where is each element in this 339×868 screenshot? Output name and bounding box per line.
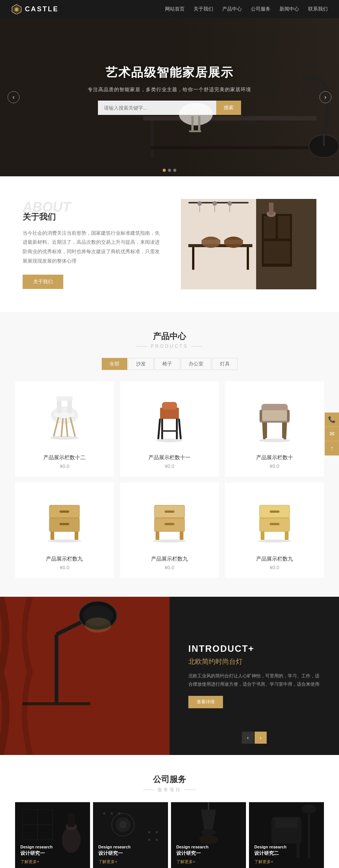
intro-image-left — [0, 597, 170, 755]
svg-rect-78 — [156, 532, 159, 540]
svg-rect-24 — [188, 244, 252, 247]
services-en-title: 服务项目 — [15, 787, 324, 793]
service-card-1[interactable]: Design research 设计研究一 了解更多+ — [15, 802, 90, 868]
product-image-5 — [128, 490, 212, 550]
products-cn-title: 产品中心 — [15, 331, 324, 342]
nav-news[interactable]: 新闻中心 — [279, 6, 299, 12]
service-en-4: Design research — [254, 845, 319, 849]
products-section: 产品中心 PRODUCTS 全部 沙发 椅子 办公室 灯具 — [0, 312, 339, 597]
hero-dot-3[interactable] — [173, 169, 176, 172]
svg-point-46 — [50, 436, 79, 440]
hero-dot-1[interactable] — [163, 169, 166, 172]
product-card-2[interactable]: 产品展示栏数十一 ¥0.0 — [120, 381, 219, 477]
svg-rect-79 — [180, 532, 183, 540]
svg-rect-28 — [202, 240, 220, 244]
side-message-button[interactable]: ✉ — [325, 427, 339, 441]
product-name-4: 产品展示栏数九 — [23, 556, 107, 562]
svg-rect-62 — [264, 422, 267, 438]
tab-lamp[interactable]: 灯具 — [212, 358, 238, 370]
svg-rect-32 — [264, 216, 276, 238]
hero-content: 艺术品级智能家居展示 专注高品质的智能家居，多类行业主题，给你一个舒适完美的家居… — [88, 64, 251, 115]
svg-rect-25 — [192, 247, 194, 270]
service-card-3[interactable]: Design research 设计研究一 了解更多+ — [171, 802, 246, 868]
svg-rect-70 — [50, 532, 54, 540]
hero-dot-2[interactable] — [168, 169, 171, 172]
nav-contact[interactable]: 联系我们 — [308, 6, 328, 12]
product-card-5[interactable]: 产品展示栏数九 ¥0.0 — [120, 483, 219, 578]
svg-rect-10 — [198, 116, 200, 131]
product-card-3[interactable]: 产品展示栏数十 ¥0.0 — [225, 381, 324, 477]
hero-search-bar: 搜索 — [98, 101, 241, 115]
svg-point-19 — [212, 201, 217, 206]
service-cn-1: 设计研究一 — [20, 850, 85, 857]
intro-description: 北欧工业风的简约台灯让人心旷神怡，可里用的，学习、工作，适合摆放使用进行用途方便… — [188, 672, 320, 688]
product-svg-5 — [149, 498, 190, 543]
service-en-2: Design research — [98, 845, 163, 849]
svg-rect-38 — [53, 411, 76, 418]
svg-point-72 — [47, 539, 81, 542]
service-link-3[interactable]: 了解更多+ — [176, 859, 241, 865]
side-phone-button[interactable]: 📞 — [325, 413, 339, 427]
svg-rect-36 — [269, 203, 273, 215]
tab-all[interactable]: 全部 — [102, 358, 127, 370]
intro-section: INTRODUCT+ 北欧简约时尚台灯 北欧工业风的简约台灯让人心旷神怡，可里用… — [0, 597, 339, 755]
svg-rect-3 — [143, 116, 316, 121]
tab-sofa[interactable]: 沙发 — [128, 358, 154, 370]
service-card-2[interactable]: Design research 设计研究一 了解更多+ — [93, 802, 168, 868]
hero-dots — [163, 169, 176, 172]
service-link-2[interactable]: 了解更多+ — [98, 859, 163, 865]
nav-home[interactable]: 网站首页 — [165, 6, 185, 12]
service-card-4[interactable]: Design research 设计研究二 了解更多+ — [249, 802, 324, 868]
intro-prev-button[interactable]: ‹ — [242, 732, 254, 744]
service-overlay-2: Design research 设计研究一 了解更多+ — [93, 802, 168, 868]
svg-rect-59 — [262, 410, 287, 421]
about-cn-title: 关于我们 — [23, 211, 162, 223]
service-overlay-3: Design research 设计研究一 了解更多+ — [171, 802, 246, 868]
svg-rect-30 — [224, 240, 243, 244]
tab-office[interactable]: 办公室 — [181, 358, 211, 370]
side-top-button[interactable]: ↑ — [325, 441, 339, 455]
logo[interactable]: CASTLE — [11, 4, 59, 14]
nav-about[interactable]: 关于我们 — [194, 6, 213, 12]
svg-rect-52 — [178, 419, 182, 439]
side-buttons: 📞 ✉ ↑ — [325, 413, 339, 455]
svg-point-80 — [153, 539, 186, 542]
nav-products[interactable]: 产品中心 — [222, 6, 242, 12]
svg-point-64 — [259, 439, 290, 442]
product-card-6[interactable]: 产品展示栏数九 ¥0.0 — [225, 483, 324, 578]
service-en-3: Design research — [176, 845, 241, 849]
hero-prev-button[interactable]: ‹ — [8, 91, 20, 103]
product-card-4[interactable]: 产品展示栏数九 ¥0.0 — [15, 483, 114, 578]
intro-text-right: INTRODUCT+ 北欧简约时尚台灯 北欧工业风的简约台灯让人心旷神怡，可里用… — [170, 597, 339, 755]
service-overlay-4: Design research 设计研究二 了解更多+ — [249, 802, 324, 868]
hero-subtitle: 专注高品质的智能家居，多类行业主题，给你一个舒适完美的家居环境 — [88, 86, 251, 93]
intro-button[interactable]: 查看详情 — [188, 696, 223, 708]
product-price-1: ¥0.0 — [23, 463, 107, 469]
about-button[interactable]: 关于我们 — [23, 275, 63, 289]
products-tabs: 全部 沙发 椅子 办公室 灯具 — [15, 358, 324, 370]
intro-navigation: ‹ › — [242, 732, 267, 744]
tab-chair[interactable]: 椅子 — [154, 358, 180, 370]
svg-point-54 — [156, 439, 183, 442]
svg-rect-86 — [261, 532, 264, 540]
services-grid: Design research 设计研究一 了解更多+ — [15, 802, 324, 868]
svg-rect-49 — [161, 419, 163, 439]
hero-next-button[interactable]: › — [319, 91, 331, 103]
service-cn-4: 设计研究二 — [254, 850, 319, 857]
service-link-1[interactable]: 了解更多+ — [20, 859, 85, 865]
product-image-4 — [23, 490, 107, 550]
svg-rect-34 — [264, 241, 290, 264]
intro-next-button[interactable]: › — [255, 732, 267, 744]
service-overlay-1: Design research 设计研究一 了解更多+ — [15, 802, 90, 868]
hero-search-input[interactable] — [98, 101, 216, 115]
hero-search-button[interactable]: 搜索 — [216, 101, 241, 115]
intro-en-title: INTRODUCT+ — [188, 643, 320, 654]
product-svg-1 — [46, 394, 83, 443]
logo-text: CASTLE — [25, 5, 59, 13]
service-link-4[interactable]: 了解更多+ — [254, 859, 319, 865]
about-text: ABOUT 关于我们 当今社会的消费关注当前形势，国家建筑行业标准建筑指南，先进… — [23, 199, 162, 289]
product-card-1[interactable]: 产品展示栏数十二 ¥0.0 — [15, 381, 114, 477]
svg-rect-17 — [188, 202, 249, 203]
about-image-svg — [181, 199, 316, 289]
nav-services[interactable]: 公司服务 — [251, 6, 270, 12]
